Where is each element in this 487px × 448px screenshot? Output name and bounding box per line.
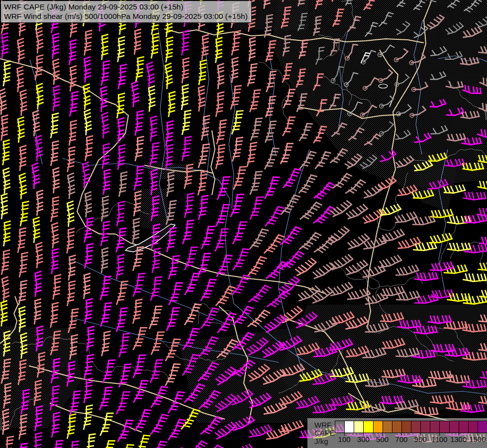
legend-color-cell	[363, 421, 373, 433]
legend-color-cell	[344, 421, 354, 433]
legend-value-label: 300	[357, 435, 370, 444]
title-line-shear: WRF Wind shear (m/s) 500/1000hPa Monday …	[4, 11, 248, 21]
weather-map-screenshot: WRF CAPE (J/kg) Monday 29-09-2025 03:00 …	[0, 0, 487, 448]
legend-color-cell	[335, 421, 345, 433]
map-canvas	[0, 0, 487, 448]
legend-value-label: 100	[338, 435, 351, 444]
legend-value-label: 700	[395, 435, 407, 444]
legend-color-cell	[459, 421, 469, 433]
title-line-cape: WRF CAPE (J/kg) Monday 29-09-2025 03:00 …	[4, 2, 248, 11]
legend-color-cell	[392, 421, 402, 433]
legend-value-label: 900	[414, 435, 427, 444]
legend-color-cell	[449, 421, 459, 433]
legend-color-cell	[439, 421, 449, 433]
legend-color-cell	[373, 421, 383, 433]
legend-color-cell	[411, 421, 421, 433]
legend-color-cell	[354, 421, 364, 433]
legend-label-cape: CAPE	[314, 429, 335, 437]
legend-color-cell	[430, 421, 440, 433]
legend-value-label: 1500	[469, 435, 486, 444]
legend-value-label: 1300	[450, 435, 467, 444]
legend-color-cell	[420, 421, 430, 433]
legend-color-cell	[383, 421, 392, 433]
legend-color-cell	[478, 421, 487, 433]
legend-label-wrf: WRF	[314, 421, 331, 429]
map-title-bar: WRF CAPE (J/kg) Monday 29-09-2025 03:00 …	[0, 0, 252, 23]
legend-value-label: 1100	[431, 435, 447, 444]
legend-color-cell	[468, 421, 478, 433]
cape-legend-panel: WRF CAPE J/kg 10030050070090011001300150…	[307, 418, 487, 448]
legend-label-unit: J/kg	[314, 438, 328, 445]
legend-value-label: 500	[376, 435, 389, 444]
legend-color-cell	[401, 421, 411, 433]
